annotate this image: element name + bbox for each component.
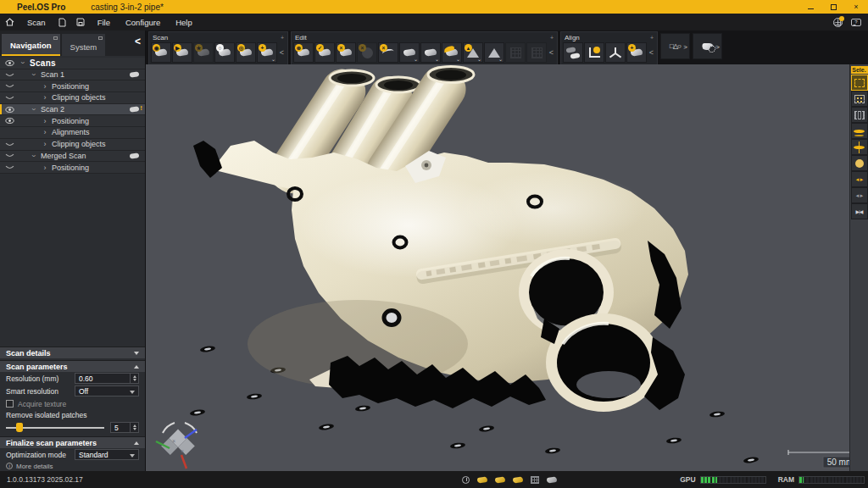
eye-closed-icon[interactable] bbox=[0, 141, 19, 147]
tool-select-rectangle-brush[interactable] bbox=[851, 91, 868, 107]
expander-icon[interactable]: › bbox=[41, 128, 49, 136]
tree-row-positioning[interactable]: › Positioning bbox=[0, 115, 145, 127]
tool-selection-sphere[interactable] bbox=[851, 155, 868, 171]
tool-selection-extrude[interactable] bbox=[851, 139, 868, 155]
section-pin-icon[interactable]: + bbox=[274, 35, 284, 41]
toolbar-button-remove-selection[interactable]: × bbox=[336, 42, 356, 63]
toolbar-button-shapes-menu[interactable]: □△○ > bbox=[660, 33, 690, 59]
expander-icon[interactable]: › bbox=[30, 70, 38, 79]
eye-open-icon[interactable] bbox=[0, 118, 19, 124]
eye-closed-icon[interactable] bbox=[0, 152, 19, 158]
expander-icon[interactable]: › bbox=[41, 117, 49, 125]
acquire-texture-checkbox[interactable] bbox=[6, 400, 14, 408]
section-collapse-icon[interactable]: < bbox=[648, 42, 655, 63]
toolbar-button-resume-scan[interactable]: ▶ bbox=[172, 42, 192, 63]
toolbar-button-subdivide-mesh[interactable]: ⌄ bbox=[484, 42, 504, 63]
tab-system[interactable]: System bbox=[62, 34, 106, 56]
toolbar-button-delete-in-circle[interactable]: ⊗ bbox=[293, 42, 314, 63]
toolbar-button-mesh-options[interactable]: > bbox=[693, 33, 722, 59]
tool-clear-selection[interactable]: ◄► bbox=[851, 187, 868, 203]
toolbar-button-plane-align[interactable] bbox=[584, 42, 604, 63]
tree-row-scans[interactable]: › Scans bbox=[0, 58, 145, 69]
eye-closed-icon[interactable] bbox=[0, 95, 19, 101]
eye-closed-icon[interactable] bbox=[0, 83, 19, 89]
sidebar-collapse-button[interactable]: < bbox=[135, 36, 141, 47]
tree-row-alignments[interactable]: › Alignments bbox=[0, 127, 145, 139]
merged-mesh-icon[interactable] bbox=[546, 476, 558, 484]
expander-icon[interactable]: › bbox=[41, 93, 49, 102]
toolbar-button-fill-holes[interactable]: ⌄ bbox=[399, 42, 420, 63]
toolbar-button-grid-tool-1[interactable] bbox=[505, 42, 526, 63]
section-collapse-icon[interactable]: < bbox=[278, 42, 286, 63]
tool-selection-layers[interactable] bbox=[851, 123, 868, 139]
toolbar-button-trim-surface[interactable]: ⌄ bbox=[442, 42, 462, 63]
expander-icon[interactable]: › bbox=[41, 140, 49, 148]
viewport-3d[interactable]: × × 50 mm bbox=[146, 64, 849, 471]
tab-navigation[interactable]: Navigation bbox=[2, 34, 60, 56]
scan-parameters-header[interactable]: Scan parameters bbox=[0, 360, 145, 372]
section-pin-icon[interactable]: + bbox=[543, 35, 554, 41]
history-icon[interactable] bbox=[462, 476, 470, 484]
tree-row-clipping-objects[interactable]: › Clipping objects bbox=[0, 139, 145, 151]
tree-row-positioning[interactable]: › Positioning bbox=[0, 80, 145, 92]
eye-closed-icon[interactable] bbox=[0, 72, 19, 78]
more-details-link[interactable]: i More details bbox=[0, 461, 145, 471]
close-button[interactable]: × bbox=[851, 2, 861, 12]
save-icon[interactable] bbox=[76, 18, 85, 26]
new-file-icon[interactable] bbox=[58, 18, 66, 27]
expander-icon[interactable]: › bbox=[41, 164, 49, 172]
tree-row-scan-1[interactable]: › Scan 1 bbox=[0, 69, 145, 81]
toolbar-button-remove-spikes[interactable]: × bbox=[378, 42, 398, 63]
tool-selection-bounds[interactable]: ▶|◀ bbox=[851, 203, 868, 219]
expander-icon[interactable]: › bbox=[30, 152, 38, 160]
menu-file[interactable]: File bbox=[97, 18, 110, 27]
tool-select-rectangle[interactable] bbox=[851, 75, 868, 91]
menu-scan[interactable]: Scan bbox=[27, 18, 46, 27]
tree-row-positioning[interactable]: › Positioning bbox=[0, 162, 145, 174]
tool-invert-selection[interactable]: ◄► bbox=[851, 171, 868, 187]
wireframe-icon[interactable] bbox=[531, 476, 539, 484]
maximize-button[interactable] bbox=[828, 2, 838, 12]
toolbar-button-remove-disc[interactable]: × bbox=[357, 42, 377, 63]
eye-open-icon[interactable] bbox=[0, 60, 19, 66]
spinner-arrows[interactable] bbox=[130, 423, 138, 432]
slider-thumb[interactable] bbox=[16, 423, 23, 432]
help-chat-icon[interactable]: ? bbox=[851, 19, 861, 26]
finalize-parameters-header[interactable]: Finalize scan parameters bbox=[0, 436, 145, 448]
toolbar-button-detect-targets[interactable]: ○ bbox=[214, 42, 235, 63]
toolbar-button-decimate-mesh[interactable]: ▴ ⌄ bbox=[463, 42, 483, 63]
scan-mesh-targets-icon[interactable] bbox=[494, 476, 506, 484]
scan-mesh-points-icon[interactable] bbox=[512, 476, 524, 484]
tree-row-clipping-objects[interactable]: › Clipping objects bbox=[0, 92, 145, 104]
toolbar-button-calibrate-scan[interactable]: ★ bbox=[193, 42, 214, 63]
tool-select-rectangle-grid[interactable] bbox=[851, 107, 868, 123]
eye-closed-icon[interactable] bbox=[0, 164, 19, 170]
patches-slider[interactable] bbox=[6, 427, 104, 429]
expander-icon[interactable]: › bbox=[41, 82, 49, 91]
toolbar-button-target-ring[interactable]: ◎ bbox=[236, 42, 256, 63]
orientation-gizmo[interactable]: × × bbox=[156, 423, 197, 469]
toolbar-button-target-align[interactable]: + bbox=[626, 42, 647, 63]
toolbar-button-best-fit-align[interactable] bbox=[563, 42, 583, 63]
optimization-mode-select[interactable]: Standard bbox=[75, 449, 139, 460]
scan-mesh-icon[interactable] bbox=[476, 476, 488, 484]
section-collapse-icon[interactable]: < bbox=[548, 42, 555, 63]
smart-resolution-select[interactable]: Off bbox=[75, 385, 139, 396]
home-icon[interactable] bbox=[5, 18, 14, 26]
tree-row-scan-2[interactable]: › Scan 2 bbox=[0, 104, 145, 116]
scan-details-header[interactable]: Scan details bbox=[0, 347, 145, 358]
spinner-arrows[interactable] bbox=[130, 374, 138, 383]
toolbar-button-start-scan[interactable]: ◉ bbox=[151, 42, 171, 63]
toolbar-button-axis-align[interactable] bbox=[605, 42, 626, 63]
section-pin-icon[interactable]: + bbox=[643, 35, 654, 41]
menu-help[interactable]: Help bbox=[175, 18, 192, 27]
toolbar-button-grid-tool-2[interactable] bbox=[526, 42, 547, 63]
toolbar-button-smooth-boundary[interactable]: ⌄ bbox=[420, 42, 441, 63]
eye-open-icon[interactable] bbox=[0, 107, 19, 113]
network-icon[interactable] bbox=[833, 18, 843, 27]
menu-configure[interactable]: Configure bbox=[125, 18, 160, 27]
toolbar-button-keep-selection[interactable]: ✓ bbox=[314, 42, 335, 63]
minimize-button[interactable] bbox=[805, 2, 815, 12]
expander-icon[interactable]: › bbox=[19, 58, 27, 67]
resolution-input[interactable] bbox=[75, 373, 139, 384]
